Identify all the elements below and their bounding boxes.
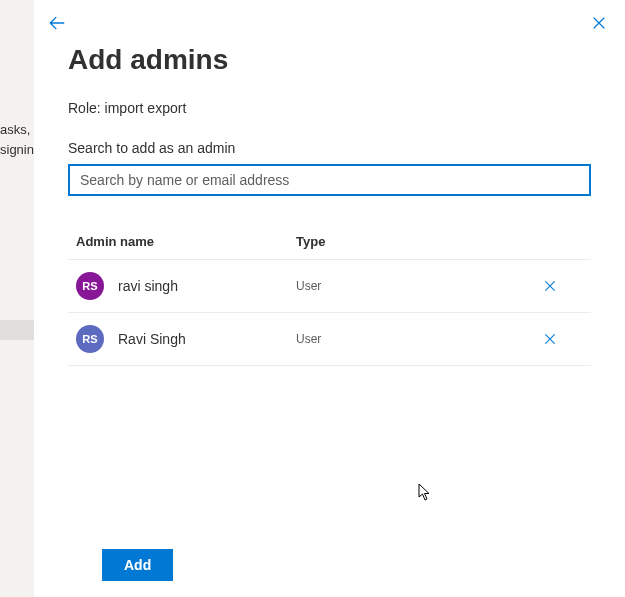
panel-content: Add admins Role: import export Search to… bbox=[34, 36, 625, 366]
add-admins-panel: Add admins Role: import export Search to… bbox=[34, 0, 625, 597]
backdrop-strip bbox=[0, 320, 34, 340]
backdrop-text: signin bbox=[0, 140, 34, 160]
admin-name: ravi singh bbox=[118, 278, 178, 294]
close-icon bbox=[591, 15, 607, 31]
col-header-type: Type bbox=[296, 234, 543, 249]
admin-type: User bbox=[296, 332, 543, 346]
background-page: asks, a signin bbox=[0, 0, 34, 597]
close-button[interactable] bbox=[587, 11, 611, 35]
role-line: Role: import export bbox=[68, 100, 591, 116]
add-button[interactable]: Add bbox=[102, 549, 173, 581]
admins-table: Admin name Type RSravi singhUserRSRavi S… bbox=[68, 224, 591, 366]
remove-button[interactable] bbox=[543, 279, 583, 293]
back-button[interactable] bbox=[44, 10, 70, 36]
table-row[interactable]: RSravi singhUser bbox=[68, 260, 591, 313]
table-header: Admin name Type bbox=[68, 224, 591, 260]
admin-type: User bbox=[296, 279, 543, 293]
table-row[interactable]: RSRavi SinghUser bbox=[68, 313, 591, 366]
mouse-cursor-icon bbox=[418, 483, 432, 501]
col-header-actions bbox=[543, 234, 583, 249]
backdrop-text: asks, a bbox=[0, 120, 34, 140]
panel-top-row bbox=[34, 0, 625, 36]
avatar: RS bbox=[76, 325, 104, 353]
search-label: Search to add as an admin bbox=[68, 140, 591, 156]
close-icon bbox=[543, 279, 557, 293]
close-icon bbox=[543, 332, 557, 346]
admin-name: Ravi Singh bbox=[118, 331, 186, 347]
page-title: Add admins bbox=[68, 44, 591, 76]
avatar: RS bbox=[76, 272, 104, 300]
role-prefix: Role: bbox=[68, 100, 105, 116]
remove-button[interactable] bbox=[543, 332, 583, 346]
col-header-name: Admin name bbox=[76, 234, 296, 249]
row-name-cell: RSRavi Singh bbox=[76, 325, 296, 353]
role-name: import export bbox=[105, 100, 187, 116]
search-input[interactable] bbox=[68, 164, 591, 196]
arrow-left-icon bbox=[48, 14, 66, 32]
row-name-cell: RSravi singh bbox=[76, 272, 296, 300]
